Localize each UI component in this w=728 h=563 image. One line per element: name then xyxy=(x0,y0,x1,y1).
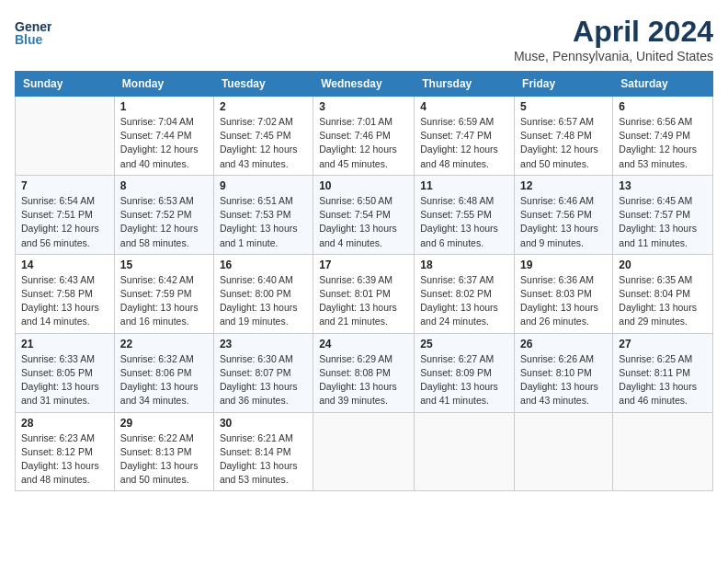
column-header-friday: Friday xyxy=(515,72,613,97)
day-info: Sunrise: 6:26 AMSunset: 8:10 PMDaylight:… xyxy=(520,352,607,408)
day-number: 27 xyxy=(619,338,707,350)
calendar-cell: 20Sunrise: 6:35 AMSunset: 8:04 PMDayligh… xyxy=(613,254,713,333)
day-number: 29 xyxy=(120,417,208,430)
day-number: 7 xyxy=(21,179,108,192)
calendar-cell: 16Sunrise: 6:40 AMSunset: 8:00 PMDayligh… xyxy=(213,254,313,333)
calendar-cell: 19Sunrise: 6:36 AMSunset: 8:03 PMDayligh… xyxy=(515,254,613,333)
day-number: 18 xyxy=(420,259,508,271)
calendar-cell: 26Sunrise: 6:26 AMSunset: 8:10 PMDayligh… xyxy=(515,333,613,412)
day-info: Sunrise: 6:37 AMSunset: 8:02 PMDaylight:… xyxy=(420,273,508,329)
day-number: 26 xyxy=(520,338,607,350)
day-info: Sunrise: 6:33 AMSunset: 8:05 PMDaylight:… xyxy=(21,352,108,408)
day-number: 2 xyxy=(220,100,307,113)
calendar-cell: 14Sunrise: 6:43 AMSunset: 7:58 PMDayligh… xyxy=(16,254,115,333)
day-info: Sunrise: 6:27 AMSunset: 8:09 PMDaylight:… xyxy=(420,352,508,408)
day-info: Sunrise: 7:01 AMSunset: 7:46 PMDaylight:… xyxy=(319,115,408,171)
day-number: 15 xyxy=(120,259,208,271)
day-info: Sunrise: 6:23 AMSunset: 8:12 PMDaylight:… xyxy=(21,431,108,488)
day-info: Sunrise: 6:39 AMSunset: 8:01 PMDaylight:… xyxy=(319,273,408,329)
day-info: Sunrise: 6:35 AMSunset: 8:04 PMDaylight:… xyxy=(619,273,707,329)
calendar-cell xyxy=(313,412,415,491)
column-header-sunday: Sunday xyxy=(16,72,115,97)
day-info: Sunrise: 6:51 AMSunset: 7:53 PMDaylight:… xyxy=(220,194,307,250)
day-number: 9 xyxy=(220,179,307,192)
day-number: 4 xyxy=(420,100,508,113)
day-info: Sunrise: 7:02 AMSunset: 7:45 PMDaylight:… xyxy=(220,115,307,171)
day-info: Sunrise: 6:46 AMSunset: 7:56 PMDaylight:… xyxy=(520,194,607,250)
day-info: Sunrise: 6:29 AMSunset: 8:08 PMDaylight:… xyxy=(319,352,408,408)
day-number: 14 xyxy=(21,259,108,271)
day-number: 24 xyxy=(319,338,408,350)
calendar-cell: 4Sunrise: 6:59 AMSunset: 7:47 PMDaylight… xyxy=(415,97,515,176)
day-info: Sunrise: 6:22 AMSunset: 8:13 PMDaylight:… xyxy=(120,431,208,488)
month-title: April 2024 xyxy=(514,15,713,49)
day-info: Sunrise: 6:50 AMSunset: 7:54 PMDaylight:… xyxy=(319,194,408,250)
calendar-cell: 17Sunrise: 6:39 AMSunset: 8:01 PMDayligh… xyxy=(313,254,415,333)
calendar-cell: 23Sunrise: 6:30 AMSunset: 8:07 PMDayligh… xyxy=(213,333,313,412)
day-number: 3 xyxy=(319,100,408,113)
calendar-cell: 28Sunrise: 6:23 AMSunset: 8:12 PMDayligh… xyxy=(16,412,115,491)
day-number: 19 xyxy=(520,259,607,271)
calendar-cell: 7Sunrise: 6:54 AMSunset: 7:51 PMDaylight… xyxy=(16,175,115,254)
logo: General Blue xyxy=(15,15,51,55)
day-number: 23 xyxy=(220,338,307,350)
logo-icon: General Blue xyxy=(15,15,51,52)
column-header-tuesday: Tuesday xyxy=(213,72,313,97)
calendar-cell xyxy=(613,412,713,491)
day-info: Sunrise: 6:56 AMSunset: 7:49 PMDaylight:… xyxy=(619,115,707,171)
svg-text:Blue: Blue xyxy=(15,32,43,47)
calendar-cell: 1Sunrise: 7:04 AMSunset: 7:44 PMDaylight… xyxy=(114,97,213,176)
day-info: Sunrise: 6:53 AMSunset: 7:52 PMDaylight:… xyxy=(120,194,208,250)
day-info: Sunrise: 6:54 AMSunset: 7:51 PMDaylight:… xyxy=(21,194,108,250)
calendar-cell: 27Sunrise: 6:25 AMSunset: 8:11 PMDayligh… xyxy=(613,333,713,412)
calendar-cell: 11Sunrise: 6:48 AMSunset: 7:55 PMDayligh… xyxy=(415,175,515,254)
day-number: 13 xyxy=(619,179,707,192)
day-number: 20 xyxy=(619,259,707,271)
calendar-cell: 10Sunrise: 6:50 AMSunset: 7:54 PMDayligh… xyxy=(313,175,415,254)
title-block: April 2024 Muse, Pennsylvania, United St… xyxy=(514,15,713,63)
day-number: 16 xyxy=(220,259,307,271)
week-row-3: 14Sunrise: 6:43 AMSunset: 7:58 PMDayligh… xyxy=(16,254,713,333)
calendar-cell: 6Sunrise: 6:56 AMSunset: 7:49 PMDaylight… xyxy=(613,97,713,176)
column-header-saturday: Saturday xyxy=(613,72,713,97)
day-number: 6 xyxy=(619,100,707,113)
day-number: 21 xyxy=(21,338,108,350)
location: Muse, Pennsylvania, United States xyxy=(514,49,713,63)
calendar-cell: 30Sunrise: 6:21 AMSunset: 8:14 PMDayligh… xyxy=(213,412,313,491)
calendar-cell: 13Sunrise: 6:45 AMSunset: 7:57 PMDayligh… xyxy=(613,175,713,254)
day-info: Sunrise: 6:45 AMSunset: 7:57 PMDaylight:… xyxy=(619,194,707,250)
page-header: General Blue April 2024 Muse, Pennsylvan… xyxy=(15,15,713,63)
day-number: 10 xyxy=(319,179,408,192)
day-number: 17 xyxy=(319,259,408,271)
day-info: Sunrise: 6:25 AMSunset: 8:11 PMDaylight:… xyxy=(619,352,707,408)
week-row-2: 7Sunrise: 6:54 AMSunset: 7:51 PMDaylight… xyxy=(16,175,713,254)
calendar-cell: 3Sunrise: 7:01 AMSunset: 7:46 PMDaylight… xyxy=(313,97,415,176)
day-info: Sunrise: 6:32 AMSunset: 8:06 PMDaylight:… xyxy=(120,352,208,408)
column-header-wednesday: Wednesday xyxy=(313,72,415,97)
day-number: 11 xyxy=(420,179,508,192)
calendar-cell xyxy=(415,412,515,491)
day-info: Sunrise: 7:04 AMSunset: 7:44 PMDaylight:… xyxy=(120,115,208,171)
day-number: 12 xyxy=(520,179,607,192)
day-number: 22 xyxy=(120,338,208,350)
calendar-table: SundayMondayTuesdayWednesdayThursdayFrid… xyxy=(15,71,713,491)
calendar-cell: 18Sunrise: 6:37 AMSunset: 8:02 PMDayligh… xyxy=(415,254,515,333)
calendar-cell: 5Sunrise: 6:57 AMSunset: 7:48 PMDaylight… xyxy=(515,97,613,176)
calendar-cell: 2Sunrise: 7:02 AMSunset: 7:45 PMDaylight… xyxy=(213,97,313,176)
day-number: 5 xyxy=(520,100,607,113)
day-number: 25 xyxy=(420,338,508,350)
calendar-cell: 24Sunrise: 6:29 AMSunset: 8:08 PMDayligh… xyxy=(313,333,415,412)
calendar-cell: 22Sunrise: 6:32 AMSunset: 8:06 PMDayligh… xyxy=(114,333,213,412)
calendar-cell: 15Sunrise: 6:42 AMSunset: 7:59 PMDayligh… xyxy=(114,254,213,333)
calendar-cell xyxy=(515,412,613,491)
day-number: 8 xyxy=(120,179,208,192)
calendar-cell: 21Sunrise: 6:33 AMSunset: 8:05 PMDayligh… xyxy=(16,333,115,412)
calendar-cell: 9Sunrise: 6:51 AMSunset: 7:53 PMDaylight… xyxy=(213,175,313,254)
calendar-cell: 12Sunrise: 6:46 AMSunset: 7:56 PMDayligh… xyxy=(515,175,613,254)
day-number: 1 xyxy=(120,100,208,113)
day-info: Sunrise: 6:57 AMSunset: 7:48 PMDaylight:… xyxy=(520,115,607,171)
day-number: 30 xyxy=(220,417,307,430)
calendar-cell: 8Sunrise: 6:53 AMSunset: 7:52 PMDaylight… xyxy=(114,175,213,254)
calendar-header-row: SundayMondayTuesdayWednesdayThursdayFrid… xyxy=(16,72,713,97)
day-info: Sunrise: 6:36 AMSunset: 8:03 PMDaylight:… xyxy=(520,273,607,329)
